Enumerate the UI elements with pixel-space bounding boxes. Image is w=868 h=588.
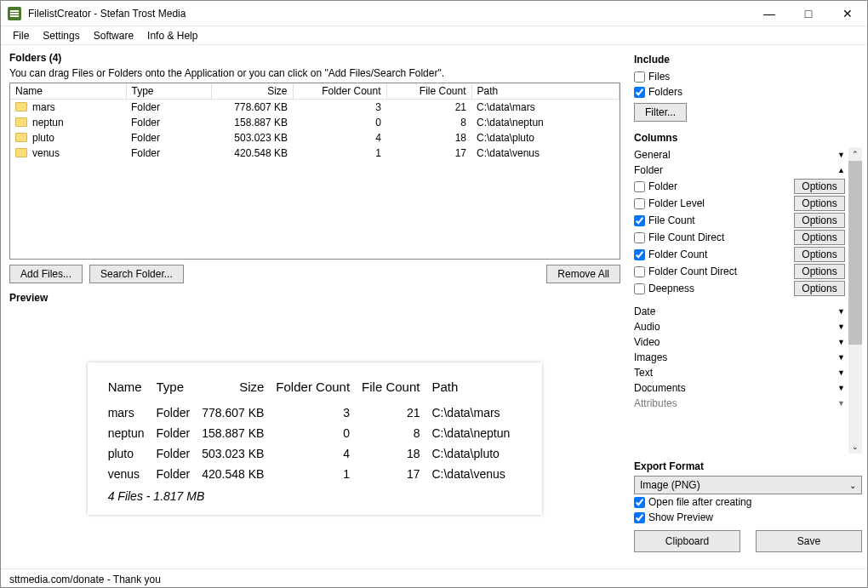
menu-software[interactable]: Software bbox=[87, 28, 140, 43]
chevron-down-icon: ▼ bbox=[837, 338, 845, 346]
status-text: sttmedia.com/donate - Thank you bbox=[9, 574, 161, 585]
menu-file[interactable]: File bbox=[6, 28, 36, 43]
col-row: Folder CountOptions bbox=[634, 246, 845, 263]
col-header-filecount[interactable]: File Count bbox=[386, 83, 471, 100]
maximize-button[interactable]: □ bbox=[789, 1, 828, 26]
options-button[interactable]: Options bbox=[794, 179, 845, 194]
preview-col-size: Size bbox=[202, 376, 276, 402]
col-checkbox[interactable]: Folder Level bbox=[634, 197, 705, 209]
show-preview-label: Show Preview bbox=[648, 511, 713, 523]
table-header-row: Name Type Size Folder Count File Count P… bbox=[10, 83, 620, 100]
chevron-down-icon: ▼ bbox=[837, 399, 845, 408]
scrollbar-thumb[interactable] bbox=[848, 161, 862, 345]
options-button[interactable]: Options bbox=[794, 230, 845, 245]
chevron-up-icon: ▲ bbox=[837, 166, 845, 174]
col-checkbox[interactable]: Deepness bbox=[634, 283, 694, 294]
add-files-button[interactable]: Add Files... bbox=[9, 265, 83, 283]
preview-box: Name Type Size Folder Count File Count P… bbox=[88, 363, 543, 515]
include-folders-label: Folders bbox=[648, 86, 682, 98]
folder-icon bbox=[15, 148, 27, 157]
filter-button[interactable]: Filter... bbox=[634, 103, 687, 122]
remove-all-button[interactable]: Remove All bbox=[546, 265, 620, 283]
cat-audio[interactable]: Audio▼ bbox=[634, 319, 845, 334]
table-row[interactable]: venusFolder420.548 KB117C:\data\venus bbox=[10, 146, 620, 161]
preview-col-path: Path bbox=[431, 376, 522, 402]
cat-text[interactable]: Text▼ bbox=[634, 365, 845, 380]
folders-buttons: Add Files... Search Folder... Remove All bbox=[9, 265, 620, 283]
preview-footer: 4 Files - 1.817 MB bbox=[108, 484, 523, 503]
menu-settings[interactable]: Settings bbox=[36, 28, 86, 43]
chevron-down-icon: ▼ bbox=[837, 307, 845, 316]
preview-col-name: Name bbox=[108, 376, 157, 402]
save-button[interactable]: Save bbox=[756, 530, 862, 552]
cat-documents[interactable]: Documents▼ bbox=[634, 380, 845, 396]
window-title: FilelistCreator - Stefan Trost Media bbox=[28, 8, 750, 20]
cat-folder[interactable]: Folder ▲ bbox=[634, 163, 845, 178]
chevron-down-icon: ▼ bbox=[837, 323, 845, 331]
columns-scroll: General ▼ Folder ▲ FolderOptionsFolder L… bbox=[634, 147, 862, 454]
col-row: File Count DirectOptions bbox=[634, 229, 845, 246]
col-checkbox[interactable]: Folder Count bbox=[634, 248, 707, 260]
options-button[interactable]: Options bbox=[794, 264, 845, 279]
col-header-path[interactable]: Path bbox=[471, 83, 620, 100]
show-preview-checkbox[interactable]: Show Preview bbox=[634, 510, 862, 525]
menu-info-help[interactable]: Info & Help bbox=[140, 28, 204, 43]
cat-date[interactable]: Date▼ bbox=[634, 304, 845, 319]
table-row[interactable]: plutoFolder503.023 KB418C:\data\pluto bbox=[10, 130, 620, 146]
options-button[interactable]: Options bbox=[794, 247, 845, 262]
col-checkbox[interactable]: File Count bbox=[634, 214, 695, 226]
columns-header: Columns bbox=[634, 132, 862, 144]
table-row[interactable]: marsFolder778.607 KB321C:\data\mars bbox=[10, 100, 620, 116]
preview-col-type: Type bbox=[157, 376, 203, 402]
preview-header: Preview bbox=[9, 292, 620, 304]
include-folders-checkbox[interactable]: Folders bbox=[634, 84, 862, 100]
col-row: Folder Count DirectOptions bbox=[634, 263, 845, 280]
left-pane: Folders (4) You can drag Files or Folder… bbox=[1, 45, 629, 568]
include-folders-input[interactable] bbox=[634, 87, 645, 98]
export-header: Export Format bbox=[634, 460, 862, 472]
open-after-checkbox[interactable]: Open file after creating bbox=[634, 494, 862, 510]
folders-table[interactable]: Name Type Size Folder Count File Count P… bbox=[9, 83, 620, 260]
scroll-down-icon[interactable]: ⌄ bbox=[848, 440, 862, 454]
options-button[interactable]: Options bbox=[794, 281, 845, 296]
col-header-size[interactable]: Size bbox=[211, 83, 293, 100]
cat-attributes[interactable]: Attributes▼ bbox=[634, 396, 845, 411]
preview-row: neptunFolder158.887 KB08C:\data\neptun bbox=[108, 423, 523, 443]
close-button[interactable]: ✕ bbox=[828, 1, 867, 26]
include-files-input[interactable] bbox=[634, 71, 645, 83]
preview-col-filec: File Count bbox=[362, 376, 431, 402]
menubar: File Settings Software Info & Help bbox=[1, 26, 867, 45]
include-files-label: Files bbox=[648, 71, 670, 83]
chevron-down-icon: ▼ bbox=[837, 353, 845, 362]
col-row: File CountOptions bbox=[634, 212, 845, 229]
show-preview-input[interactable] bbox=[634, 512, 645, 523]
include-files-checkbox[interactable]: Files bbox=[634, 69, 862, 84]
chevron-down-icon: ▼ bbox=[837, 368, 845, 377]
chevron-down-icon: ▼ bbox=[837, 384, 845, 392]
col-row: FolderOptions bbox=[634, 178, 845, 195]
columns-scrollbar[interactable]: ⌃ ⌄ bbox=[848, 147, 862, 454]
preview-col-fc: Folder Count bbox=[276, 376, 362, 402]
cat-video[interactable]: Video▼ bbox=[634, 334, 845, 350]
col-header-foldercount[interactable]: Folder Count bbox=[293, 83, 386, 100]
scroll-up-icon[interactable]: ⌃ bbox=[848, 147, 862, 161]
folders-header: Folders (4) bbox=[9, 52, 620, 64]
table-row[interactable]: neptunFolder158.887 KB08C:\data\neptun bbox=[10, 115, 620, 130]
window-controls: — □ ✕ bbox=[750, 1, 867, 26]
options-button[interactable]: Options bbox=[794, 213, 845, 228]
export-format-select[interactable]: Image (PNG) ⌄ bbox=[634, 476, 862, 494]
chevron-down-icon: ⌄ bbox=[849, 481, 856, 490]
col-checkbox[interactable]: Folder bbox=[634, 180, 677, 192]
right-pane: Include Files Folders Filter... Columns … bbox=[629, 45, 867, 568]
minimize-button[interactable]: — bbox=[750, 1, 789, 26]
col-header-name[interactable]: Name bbox=[10, 83, 126, 100]
clipboard-button[interactable]: Clipboard bbox=[634, 530, 740, 552]
search-folder-button[interactable]: Search Folder... bbox=[89, 265, 184, 283]
col-checkbox[interactable]: File Count Direct bbox=[634, 231, 724, 243]
cat-images[interactable]: Images▼ bbox=[634, 350, 845, 365]
col-checkbox[interactable]: Folder Count Direct bbox=[634, 265, 737, 277]
open-after-input[interactable] bbox=[634, 497, 645, 508]
options-button[interactable]: Options bbox=[794, 196, 845, 211]
cat-general[interactable]: General ▼ bbox=[634, 147, 845, 163]
col-header-type[interactable]: Type bbox=[126, 83, 211, 100]
